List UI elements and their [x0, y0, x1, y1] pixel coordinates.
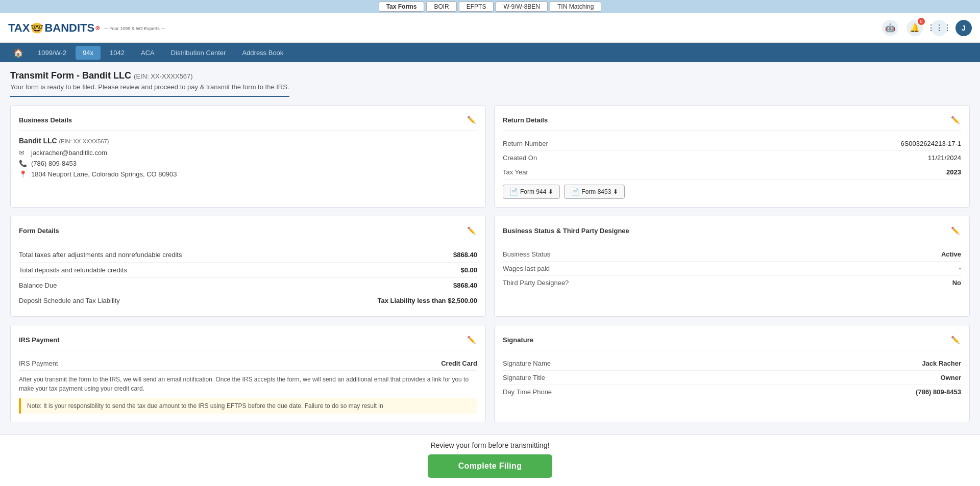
nav-94x[interactable]: 94x	[76, 46, 101, 60]
deposit-schedule-label: Deposit Schedule and Tax Liability	[19, 297, 120, 304]
page-subtitle: Your form is ready to be filed. Please r…	[10, 83, 289, 97]
biz-phone: (786) 809-8453	[31, 160, 77, 167]
section-row-3: IRS Payment ✏️ IRS Payment Credit Card A…	[10, 325, 970, 422]
nav-home-button[interactable]: 🏠	[8, 46, 29, 60]
created-on-label: Created On	[503, 154, 537, 162]
business-status-edit-button[interactable]: ✏️	[949, 224, 961, 237]
tab-tax-forms[interactable]: Tax Forms	[379, 2, 425, 12]
total-taxes-row: Total taxes after adjustments and nonref…	[19, 247, 477, 263]
business-status-header: Business Status & Third Party Designee ✏…	[503, 224, 961, 241]
sig-title-value: Owner	[941, 374, 961, 381]
form-details-edit-button[interactable]: ✏️	[465, 224, 477, 237]
email-icon: ✉	[19, 149, 27, 157]
created-on-value: 11/21/2024	[928, 154, 961, 162]
download-icon-944: ⬇	[548, 188, 553, 195]
biz-status-label: Business Status	[503, 250, 550, 258]
business-details-title: Business Details	[19, 116, 72, 124]
total-deposits-row: Total deposits and refundable credits $0…	[19, 263, 477, 278]
irs-warning-text: Note: It is your responsibility to send …	[19, 398, 477, 414]
logo-mascot-icon: 🤓	[31, 22, 43, 34]
irs-note-text: After you transmit the form to the IRS, …	[19, 375, 477, 393]
nav-1042[interactable]: 1042	[103, 46, 132, 60]
business-details-edit-button[interactable]: ✏️	[465, 114, 477, 126]
business-name-title: Bandit LLC	[82, 70, 131, 81]
pdf-icon-944: 📄	[509, 188, 518, 196]
header-right: 🤖 🔔 0 ⋮⋮⋮ J	[882, 20, 972, 36]
third-party-row: Third Party Designee? No	[503, 276, 961, 290]
sig-name-label: Signature Name	[503, 360, 551, 367]
return-number-value: 6S0032624213-17-1	[900, 140, 961, 147]
signature-edit-button[interactable]: ✏️	[949, 334, 961, 346]
logo-registered: ®	[95, 25, 100, 31]
tab-w9[interactable]: W-9/W-8BEN	[496, 2, 548, 12]
sig-phone-value: (786) 809-8453	[916, 388, 961, 396]
total-deposits-label: Total deposits and refundable credits	[19, 266, 127, 274]
return-details-edit-button[interactable]: ✏️	[949, 114, 961, 126]
third-party-value: No	[952, 279, 961, 287]
total-taxes-label: Total taxes after adjustments and nonref…	[19, 251, 182, 259]
nav-address-book[interactable]: Address Book	[235, 46, 290, 60]
form-944-pdf-button[interactable]: 📄 Form 944 ⬇	[503, 185, 560, 199]
header: TAX 🤓 BANDITS ® — Your 1099 & W2 Experts…	[0, 13, 980, 43]
biz-email-row: ✉ jackracher@banditllc.com	[19, 149, 477, 157]
business-name: Bandit LLC (EIN: XX-XXXX567)	[19, 137, 477, 145]
balance-due-row: Balance Due $868.40	[19, 278, 477, 293]
irs-payment-method-row: IRS Payment Credit Card	[19, 356, 477, 371]
sig-name-row: Signature Name Jack Racher	[503, 356, 961, 371]
biz-ein: (EIN: XX-XXXX567)	[59, 138, 109, 144]
notification-bell-button[interactable]: 🔔 0	[906, 20, 923, 36]
sig-phone-row: Day Time Phone (786) 809-8453	[503, 385, 961, 399]
grid-menu-button[interactable]: ⋮⋮⋮	[931, 20, 947, 36]
wages-label: Wages last paid	[503, 265, 550, 272]
section-row-1: Business Details ✏️ Bandit LLC (EIN: XX-…	[10, 105, 970, 208]
signature-title: Signature	[503, 336, 533, 344]
section-row-2: Form Details ✏️ Total taxes after adjust…	[10, 216, 970, 317]
nav-1099-w2[interactable]: 1099/W-2	[31, 46, 74, 60]
business-status-card: Business Status & Third Party Designee ✏…	[494, 216, 970, 317]
irs-payment-header: IRS Payment ✏️	[19, 334, 477, 350]
transmit-form-label: Transmit Form	[10, 70, 74, 81]
phone-icon: 📞	[19, 160, 27, 167]
notification-badge: 0	[918, 18, 925, 25]
irs-payment-title: IRS Payment	[19, 336, 59, 344]
signature-card: Signature ✏️ Signature Name Jack Racher …	[494, 325, 970, 422]
total-deposits-value: $0.00	[460, 266, 477, 274]
irs-payment-card: IRS Payment ✏️ IRS Payment Credit Card A…	[10, 325, 486, 422]
form-944-label: Form 944	[520, 188, 546, 195]
irs-payment-edit-button[interactable]: ✏️	[465, 334, 477, 346]
total-taxes-value: $868.40	[453, 251, 477, 259]
biz-name-text: Bandit LLC	[19, 137, 57, 145]
nav-aca[interactable]: ACA	[134, 46, 162, 60]
logo-text2: BANDITS	[44, 21, 94, 35]
tab-tin[interactable]: TIN Matching	[550, 2, 601, 12]
balance-due-value: $868.40	[453, 282, 477, 289]
biz-status-row: Business Status Active	[503, 247, 961, 262]
biz-status-value: Active	[941, 250, 961, 258]
return-number-row: Return Number 6S0032624213-17-1	[503, 137, 961, 151]
nav-distribution-center[interactable]: Distribution Center	[164, 46, 233, 60]
form-8453-label: Form 8453	[581, 188, 611, 195]
deposit-schedule-row: Deposit Schedule and Tax Liability Tax L…	[19, 293, 477, 308]
deposit-schedule-value: Tax Liability less than $2,500.00	[377, 297, 477, 304]
biz-address: 1804 Neuport Lane, Colorado Springs, CO …	[31, 170, 177, 178]
footer-review-text: Review your form before transmitting!	[0, 441, 980, 449]
biz-address-row: 📍 1804 Neuport Lane, Colorado Springs, C…	[19, 170, 477, 178]
form-8453-pdf-button[interactable]: 📄 Form 8453 ⬇	[564, 185, 625, 199]
complete-filing-button[interactable]: Complete Filing	[428, 454, 553, 478]
form-buttons: 📄 Form 944 ⬇ 📄 Form 8453 ⬇	[503, 185, 961, 199]
irs-payment-method-value: Credit Card	[441, 360, 477, 367]
biz-phone-row: 📞 (786) 809-8453	[19, 160, 477, 167]
user-avatar[interactable]: J	[955, 20, 972, 36]
business-status-title: Business Status & Third Party Designee	[503, 227, 629, 235]
tab-boir[interactable]: BOIR	[426, 2, 456, 12]
return-details-title: Return Details	[503, 116, 548, 124]
main-nav: 🏠 1099/W-2 94x 1042 ACA Distribution Cen…	[0, 43, 980, 62]
logo-subtitle: — Your 1099 & W2 Experts —	[104, 26, 165, 31]
form-details-card: Form Details ✏️ Total taxes after adjust…	[10, 216, 486, 317]
business-details-card: Business Details ✏️ Bandit LLC (EIN: XX-…	[10, 105, 486, 208]
tab-efpts[interactable]: EFPTS	[459, 2, 494, 12]
robot-icon-button[interactable]: 🤖	[882, 20, 898, 36]
return-details-card: Return Details ✏️ Return Number 6S003262…	[494, 105, 970, 208]
page-title: Transmit Form - Bandit LLC (EIN: XX-XXXX…	[10, 70, 970, 81]
tax-year-row: Tax Year 2023	[503, 165, 961, 180]
